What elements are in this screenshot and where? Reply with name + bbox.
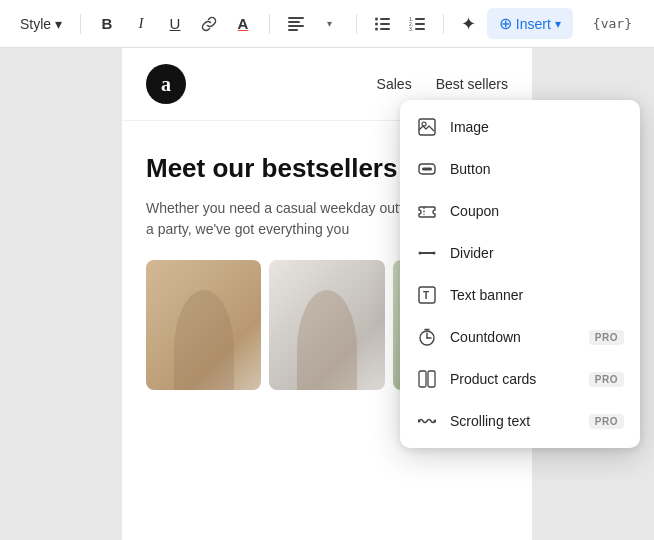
scrolling-text-pro-badge: PRO bbox=[589, 414, 624, 429]
underline-button[interactable]: U bbox=[159, 8, 191, 40]
countdown-pro-badge: PRO bbox=[589, 330, 624, 345]
divider-4 bbox=[443, 14, 444, 34]
list-group: 1. 2. 3. bbox=[367, 8, 433, 40]
svg-point-22 bbox=[419, 252, 422, 255]
list-icon bbox=[375, 17, 391, 31]
product-cards-pro-badge: PRO bbox=[589, 372, 624, 387]
nav-links: Sales Best sellers bbox=[377, 76, 508, 92]
svg-point-4 bbox=[375, 17, 378, 20]
plus-icon: ⊕ bbox=[499, 14, 512, 33]
dropdown-item-text-banner[interactable]: T Text banner bbox=[400, 274, 640, 316]
svg-rect-2 bbox=[288, 25, 304, 27]
image-label: Image bbox=[450, 119, 624, 135]
divider-icon bbox=[416, 242, 438, 264]
svg-rect-15 bbox=[415, 28, 425, 30]
svg-rect-7 bbox=[380, 23, 390, 25]
scrolling-text-label: Scrolling text bbox=[450, 413, 577, 429]
chevron-down-icon: ▾ bbox=[55, 16, 62, 32]
button-icon bbox=[416, 158, 438, 180]
svg-rect-1 bbox=[288, 21, 300, 23]
svg-rect-0 bbox=[288, 17, 304, 19]
canvas: a Sales Best sellers Meet our bestseller… bbox=[0, 48, 654, 540]
text-banner-icon: T bbox=[416, 284, 438, 306]
dropdown-item-scrolling-text[interactable]: Scrolling text PRO bbox=[400, 400, 640, 442]
scrolling-text-icon bbox=[416, 410, 438, 432]
svg-rect-9 bbox=[380, 28, 390, 30]
dropdown-item-button[interactable]: Button bbox=[400, 148, 640, 190]
divider-2 bbox=[269, 14, 270, 34]
countdown-label: Countdown bbox=[450, 329, 577, 345]
format-group: B I U A bbox=[91, 8, 259, 40]
svg-point-17 bbox=[422, 122, 426, 126]
dropdown-item-countdown[interactable]: Countdown PRO bbox=[400, 316, 640, 358]
product-cards-label: Product cards bbox=[450, 371, 577, 387]
nav-link-sales[interactable]: Sales bbox=[377, 76, 412, 92]
style-button[interactable]: Style ▾ bbox=[12, 12, 70, 36]
divider-label: Divider bbox=[450, 245, 624, 261]
dropdown-item-coupon[interactable]: Coupon bbox=[400, 190, 640, 232]
style-group: Style ▾ bbox=[12, 12, 70, 36]
dropdown-item-product-cards[interactable]: Product cards PRO bbox=[400, 358, 640, 400]
svg-point-23 bbox=[433, 252, 436, 255]
align-button[interactable] bbox=[280, 8, 312, 40]
align-chevron-button[interactable]: ▾ bbox=[314, 8, 346, 40]
product-image-1 bbox=[146, 260, 261, 390]
dropdown-item-divider[interactable]: Divider bbox=[400, 232, 640, 274]
text-color-button[interactable]: A bbox=[227, 8, 259, 40]
svg-rect-19 bbox=[422, 168, 432, 171]
insert-button[interactable]: ⊕ Insert ▾ bbox=[487, 8, 573, 39]
svg-text:T: T bbox=[423, 290, 429, 301]
ordered-list-button[interactable]: 1. 2. 3. bbox=[401, 8, 433, 40]
svg-text:3.: 3. bbox=[409, 26, 413, 31]
var-button[interactable]: {var} bbox=[583, 10, 642, 37]
logo: a bbox=[146, 64, 186, 104]
insert-label: Insert bbox=[516, 16, 551, 32]
svg-rect-5 bbox=[380, 18, 390, 20]
coupon-icon bbox=[416, 200, 438, 222]
dropdown-item-image[interactable]: Image bbox=[400, 106, 640, 148]
link-icon bbox=[201, 16, 217, 32]
product-cards-icon bbox=[416, 368, 438, 390]
align-icon bbox=[288, 17, 304, 31]
svg-rect-27 bbox=[419, 371, 426, 387]
toolbar: Style ▾ B I U A ▾ bbox=[0, 0, 654, 48]
divider-3 bbox=[356, 14, 357, 34]
var-label: {var} bbox=[593, 16, 632, 31]
button-label: Button bbox=[450, 161, 624, 177]
coupon-label: Coupon bbox=[450, 203, 624, 219]
image-icon bbox=[416, 116, 438, 138]
insert-chevron-icon: ▾ bbox=[555, 17, 561, 31]
svg-point-8 bbox=[375, 27, 378, 30]
countdown-icon bbox=[416, 326, 438, 348]
logo-letter: a bbox=[161, 73, 171, 96]
divider-1 bbox=[80, 14, 81, 34]
nav-link-best-sellers[interactable]: Best sellers bbox=[436, 76, 508, 92]
product-image-2 bbox=[269, 260, 384, 390]
svg-point-6 bbox=[375, 22, 378, 25]
unordered-list-button[interactable] bbox=[367, 8, 399, 40]
sparkle-button[interactable]: ✦ bbox=[454, 8, 483, 40]
italic-button[interactable]: I bbox=[125, 8, 157, 40]
link-button[interactable] bbox=[193, 8, 225, 40]
bold-button[interactable]: B bbox=[91, 8, 123, 40]
ordered-list-icon: 1. 2. 3. bbox=[409, 17, 425, 31]
style-label: Style bbox=[20, 16, 51, 32]
insert-dropdown: Image Button Coupon bbox=[400, 100, 640, 448]
svg-rect-13 bbox=[415, 23, 425, 25]
svg-rect-28 bbox=[428, 371, 435, 387]
text-banner-label: Text banner bbox=[450, 287, 624, 303]
svg-rect-11 bbox=[415, 18, 425, 20]
align-group: ▾ bbox=[280, 8, 346, 40]
svg-rect-3 bbox=[288, 29, 298, 31]
